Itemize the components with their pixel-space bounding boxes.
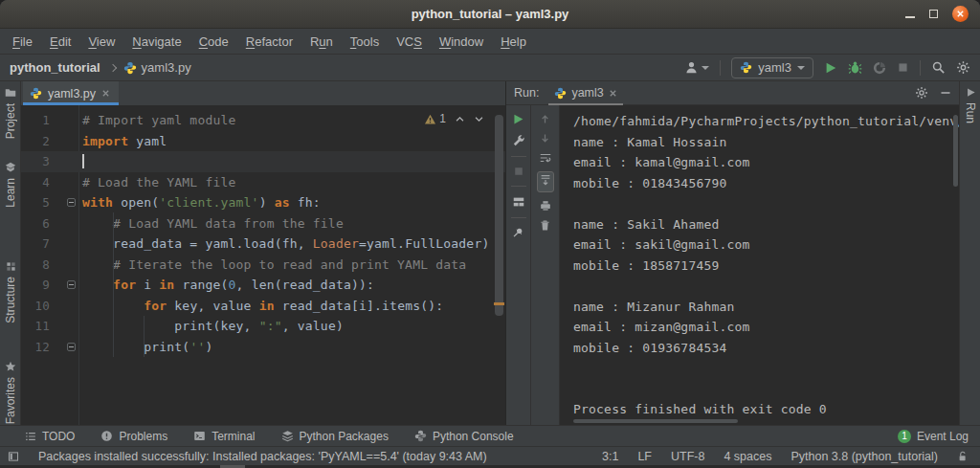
settings-gear-icon[interactable] (915, 86, 928, 100)
menu-item-window[interactable]: Window (431, 34, 492, 49)
run-body: /home/fahmida/PycharmProjects/python_tut… (506, 105, 959, 425)
scroll-to-end-button[interactable] (537, 171, 554, 192)
minimize-icon[interactable] (905, 16, 915, 18)
console-line: mobile : 01936784534 (573, 338, 959, 359)
fold-column[interactable] (50, 337, 82, 358)
code-text: with open('client.yaml') as fh: (82, 192, 321, 213)
menu-item-help[interactable]: Help (492, 34, 535, 49)
line-number: 5 (21, 192, 50, 213)
menu-item-file[interactable]: File (4, 34, 41, 49)
code-line-6[interactable]: 6 # Load YAML data from the file (21, 213, 505, 234)
toolwindow-python-packages[interactable]: Python Packages (281, 430, 389, 443)
console-line: Process finished with exit code 0 (573, 399, 959, 420)
sidebar-item-project[interactable]: Project (0, 87, 21, 139)
interpreter-setting[interactable]: Python 3.8 (python_tutorial) (791, 450, 938, 463)
fold-column[interactable] (50, 275, 82, 296)
inspection-widget[interactable]: 1 (424, 112, 484, 125)
clear-trash-icon[interactable] (539, 219, 551, 232)
file-encoding[interactable]: UTF-8 (671, 450, 704, 463)
menu-item-tools[interactable]: Tools (342, 34, 388, 49)
unlocked-padlock-icon[interactable] (957, 451, 969, 462)
down-stack-trace-icon[interactable] (539, 132, 551, 145)
menu-item-run[interactable]: Run (301, 34, 342, 49)
title-bar[interactable]: python_tutorial – yaml3.py (0, 0, 980, 29)
rerun-button[interactable] (512, 113, 524, 125)
status-message[interactable]: Packages installed successfully: Install… (38, 450, 487, 463)
fold-column[interactable] (50, 192, 82, 213)
indent-setting[interactable]: 4 spaces (724, 450, 771, 463)
breadcrumb-project[interactable]: python_tutorial (10, 60, 100, 75)
search-everywhere-icon[interactable] (931, 60, 946, 75)
console-line: name : Kamal Hossain (573, 132, 959, 153)
fold-column (50, 213, 82, 234)
console-vertical-scrollbar[interactable] (953, 115, 958, 187)
soft-wrap-icon[interactable] (539, 151, 552, 165)
tab-close-icon[interactable] (609, 89, 617, 98)
editor-tab-yaml3[interactable]: yaml3.py (23, 81, 119, 105)
console-line (573, 358, 959, 379)
menu-item-code[interactable]: Code (190, 34, 237, 49)
line-number: 4 (21, 172, 50, 193)
breadcrumb-file[interactable]: yaml3.py (123, 60, 191, 75)
menu-item-vcs[interactable]: VCS (388, 34, 431, 49)
toolwindow-python-console[interactable]: Python Console (414, 430, 514, 443)
pin-tab-icon[interactable] (512, 227, 524, 239)
close-icon[interactable] (952, 6, 969, 22)
console-horizontal-scrollbar[interactable] (573, 419, 738, 423)
chevron-down-icon[interactable] (474, 114, 484, 124)
run-button[interactable] (824, 61, 837, 75)
run-tab-yaml3[interactable]: yaml3 (548, 81, 622, 105)
learn-icon (5, 162, 16, 173)
code-line-2[interactable]: 2import yaml (21, 131, 505, 152)
stop-button[interactable] (897, 61, 909, 74)
code-line-11[interactable]: 11 print(key, ":", value) (21, 316, 505, 337)
hide-panel-icon[interactable] (940, 87, 951, 99)
code-text: # Load the YAML file (82, 172, 236, 193)
sidebar-item-learn[interactable]: Learn (0, 162, 21, 208)
toolwindow-toggle-icon[interactable] (8, 451, 19, 462)
toolwindow-terminal[interactable]: Terminal (193, 430, 255, 443)
sidebar-item-run[interactable]: Run (960, 87, 980, 123)
code-line-4[interactable]: 4# Load the YAML file (21, 172, 505, 193)
menu-item-refactor[interactable]: Refactor (237, 34, 301, 49)
menu-item-view[interactable]: View (79, 34, 123, 49)
chevron-up-icon[interactable] (455, 114, 465, 124)
caret-position[interactable]: 3:1 (602, 450, 618, 463)
code-line-10[interactable]: 10 for key, value in read_data[i].items(… (21, 296, 505, 317)
stop-button[interactable] (513, 166, 524, 177)
code-line-5[interactable]: 5with open('client.yaml') as fh: (21, 192, 505, 213)
code-editor[interactable]: 1# Import yaml module2import yaml34# Loa… (21, 105, 505, 425)
fold-marker-icon[interactable] (67, 343, 76, 351)
indent-guide (144, 316, 145, 357)
maximize-icon[interactable] (929, 10, 938, 18)
sidebar-item-favorites[interactable]: Favorites (0, 361, 21, 424)
editor-scrollbar[interactable] (495, 115, 503, 316)
toolwindow-todo[interactable]: TODO (25, 430, 75, 443)
code-line-8[interactable]: 8 # Iterate the loop to read and print Y… (21, 255, 505, 276)
code-line-12[interactable]: 12 print('') (21, 337, 505, 358)
sidebar-item-structure[interactable]: Structure (0, 261, 21, 323)
menu-item-navigate[interactable]: Navigate (123, 34, 189, 49)
console-output[interactable]: /home/fahmida/PycharmProjects/python_tut… (560, 105, 959, 425)
vcs-update-user-icon[interactable] (684, 60, 709, 75)
run-play-icon (966, 87, 976, 98)
event-log-button[interactable]: 1 Event Log (898, 430, 969, 443)
debug-button[interactable] (848, 60, 862, 75)
line-separator[interactable]: LF (637, 450, 652, 463)
settings-gear-icon[interactable] (956, 60, 970, 75)
code-line-3[interactable]: 3 (21, 151, 505, 172)
coverage-button[interactable] (873, 61, 886, 75)
edit-configuration-wrench-icon[interactable] (512, 134, 525, 147)
run-configuration-select[interactable]: yaml3 (731, 57, 813, 78)
fold-marker-icon[interactable] (67, 198, 76, 207)
fold-marker-icon[interactable] (67, 280, 76, 289)
restore-layout-icon[interactable] (512, 195, 525, 209)
tab-close-icon[interactable] (101, 89, 110, 98)
print-icon[interactable] (539, 199, 552, 212)
code-line-7[interactable]: 7 read_data = yaml.load(fh, Loader=yaml.… (21, 234, 505, 255)
warning-stripe-mark[interactable] (494, 302, 504, 305)
up-stack-trace-icon[interactable] (539, 113, 551, 125)
menu-item-edit[interactable]: Edit (41, 34, 79, 49)
toolwindow-problems[interactable]: Problems (100, 430, 167, 443)
code-line-9[interactable]: 9 for i in range(0, len(read_data)): (21, 275, 505, 296)
